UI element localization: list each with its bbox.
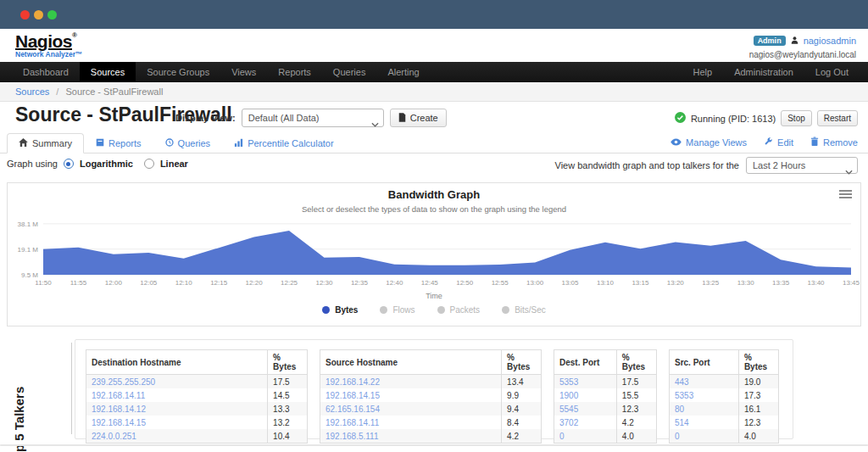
top-talkers-section: Top 5 Talkers Destination Hostname% Byte… (0, 338, 868, 441)
display-view-select[interactable]: Default (All Data) (242, 109, 384, 127)
tab-queries[interactable]: Queries (153, 133, 223, 153)
legend-item-bits-sec[interactable]: Bits/Sec (502, 305, 546, 315)
talker-link[interactable]: 192.168.5.111 (320, 429, 502, 444)
home-icon (19, 138, 28, 148)
window-close-icon[interactable] (20, 10, 30, 20)
talker-link[interactable]: 5545 (554, 402, 617, 416)
status-group: Running (PID: 1613) Stop Restart (675, 110, 858, 126)
legend-label: Bits/Sec (515, 305, 546, 315)
table-row: 192.168.5.1114.2 (320, 429, 542, 444)
talker-link[interactable]: 192.168.14.22 (320, 375, 502, 389)
table-row: 192.168.14.2213.4 (320, 375, 542, 389)
radio-logarithmic[interactable] (64, 159, 74, 169)
talker-link[interactable]: 3702 (554, 416, 617, 429)
nav-item-sources[interactable]: Sources (80, 62, 136, 82)
talker-link[interactable]: 80 (670, 402, 739, 416)
column-header: Destination Hostname (86, 350, 268, 375)
percent-bytes-value: 17.3 (738, 388, 778, 402)
tab-reports[interactable]: Reports (84, 133, 153, 153)
talker-link[interactable]: 5353 (670, 388, 739, 402)
nav-item-alerting[interactable]: Alerting (376, 62, 430, 82)
breadcrumb-current: Source - StPaulFirewall (65, 86, 163, 97)
legend-dot-icon (380, 306, 387, 314)
percent-bytes-value: 15.5 (616, 388, 656, 402)
percent-bytes-value: 17.5 (616, 375, 656, 389)
legend-dot-icon (502, 306, 509, 314)
bytes-area-series[interactable] (43, 231, 851, 275)
legend-item-bytes[interactable]: Bytes (322, 305, 358, 315)
registered-mark: ® (72, 31, 76, 39)
talker-link[interactable]: 192.168.14.11 (320, 416, 502, 429)
tab-summary[interactable]: Summary (7, 133, 84, 153)
talker-link[interactable]: 1900 (554, 388, 617, 402)
talker-link[interactable]: 239.255.255.250 (86, 375, 268, 389)
navbar-left: DashboardSourcesSource GroupsViewsReport… (12, 62, 431, 82)
graph-using-label: Graph using (7, 159, 58, 169)
display-view-group: Display View: Default (All Data) Create (175, 109, 447, 127)
nav-item-views[interactable]: Views (220, 62, 267, 82)
talker-link[interactable]: 0 (554, 429, 617, 444)
manage-views-link[interactable]: Manage Views (670, 137, 747, 148)
top-talkers-label: Top 5 Talkers (12, 380, 26, 452)
table-row: 192.168.14.1513.2 (86, 416, 308, 429)
y-axis-tick-label: 38.1 M (18, 220, 39, 228)
talker-link[interactable]: 514 (670, 416, 739, 429)
talker-link[interactable]: 192.168.14.15 (320, 388, 502, 402)
remove-link[interactable]: Remove (810, 137, 858, 148)
legend-item-flows[interactable]: Flows (380, 305, 415, 315)
tab-percentile-calculator[interactable]: Percentile Calculator (222, 133, 346, 153)
tab-label: Summary (32, 138, 72, 148)
talker-link[interactable]: 192.168.14.15 (86, 416, 268, 429)
edit-link[interactable]: Edit (764, 137, 793, 148)
logo-text: Nagios (15, 31, 72, 51)
navbar-right: HelpAdministrationLog Out (682, 62, 860, 82)
talker-link[interactable]: 192.168.14.11 (86, 388, 268, 402)
time-range-select[interactable]: Last 2 Hours (746, 157, 858, 174)
talker-link[interactable]: 192.168.14.12 (86, 402, 268, 416)
y-axis-tick-label: 19.1 M (18, 246, 39, 254)
remove-label: Remove (823, 137, 858, 148)
radio-linear[interactable] (144, 159, 154, 169)
x-axis-tick-label: 11:50 (35, 279, 52, 287)
nav-item-reports[interactable]: Reports (267, 62, 322, 82)
app-window: Nagios® Network Analyzer™ Admin nagiosad… (0, 0, 868, 452)
document-icon (398, 113, 406, 124)
stop-button[interactable]: Stop (781, 110, 812, 126)
user-area: Admin nagiosadmin nagios@weylandyutani.l… (749, 33, 856, 59)
nav-item-administration[interactable]: Administration (723, 62, 804, 82)
percent-bytes-value: 17.5 (268, 375, 308, 389)
table-row: 04.0 (670, 429, 779, 444)
legend-dot-icon (322, 306, 330, 314)
trash-icon (810, 137, 819, 148)
queries-icon (165, 138, 174, 148)
legend-item-packets[interactable]: Packets (437, 305, 481, 315)
talker-link[interactable]: 443 (670, 375, 739, 389)
percent-bytes-value: 9.9 (502, 388, 542, 402)
breadcrumb-sources-link[interactable]: Sources (15, 86, 49, 97)
talker-link[interactable]: 62.165.16.154 (320, 402, 502, 416)
talker-link[interactable]: 224.0.0.251 (86, 429, 268, 444)
talker-link[interactable]: 5353 (554, 375, 617, 389)
percent-bytes-value: 8.4 (502, 416, 542, 429)
window-zoom-icon[interactable] (47, 10, 57, 20)
restart-button-label: Restart (824, 114, 851, 123)
nav-item-help[interactable]: Help (682, 62, 724, 82)
nav-item-log-out[interactable]: Log Out (804, 62, 860, 82)
percent-bytes-value: 9.4 (502, 402, 542, 416)
app-header: Nagios® Network Analyzer™ Admin nagiosad… (0, 29, 868, 62)
username-link[interactable]: nagiosadmin (804, 36, 856, 46)
create-button[interactable]: Create (390, 109, 447, 127)
percent-bytes-value: 4.0 (616, 429, 656, 444)
restart-button[interactable]: Restart (817, 110, 858, 126)
talker-link[interactable]: 0 (670, 429, 739, 444)
percent-bytes-value: 19.0 (738, 375, 778, 389)
tab-label: Queries (178, 138, 211, 148)
breadcrumb: Sources / Source - StPaulFirewall (0, 82, 868, 102)
chart-menu-icon[interactable] (839, 190, 852, 200)
window-minimize-icon[interactable] (34, 10, 43, 20)
nav-item-queries[interactable]: Queries (322, 62, 377, 82)
nav-item-dashboard[interactable]: Dashboard (12, 62, 80, 82)
nav-item-source-groups[interactable]: Source Groups (136, 62, 220, 82)
x-axis-tick-label: 12:45 (421, 279, 439, 287)
tabs-row: SummaryReportsQueriesPercentile Calculat… (0, 132, 868, 153)
